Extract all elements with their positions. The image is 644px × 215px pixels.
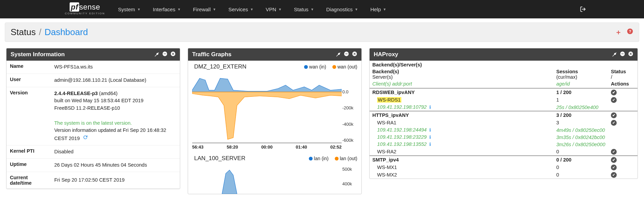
- caret-icon: ▼: [278, 7, 282, 11]
- breadcrumb-current[interactable]: Dashboard: [44, 27, 88, 37]
- status-ok-icon: ✔: [611, 157, 617, 163]
- graph-title: LAN_100_SERVER: [194, 155, 245, 162]
- status-ok-icon: ✔: [611, 97, 617, 103]
- status-ok-icon: ✔: [611, 120, 617, 126]
- label: Name: [6, 61, 51, 74]
- caret-icon: ▼: [250, 7, 254, 11]
- minimize-icon[interactable]: [344, 51, 349, 58]
- widget-system-information: System Information NameWS-PFS1a.ws.its U…: [6, 48, 180, 189]
- client-row: 109.41.192.198:10792 i25s / 0x80250e400: [370, 104, 638, 111]
- label: Version: [6, 87, 51, 145]
- haproxy-backend: RDSWEB_ipvANY1 / 200✔WS-RDS11✔109.41.192…: [370, 88, 638, 111]
- backend-row: HTTPS_ipvANY3 / 200✔: [370, 111, 638, 119]
- nav-status[interactable]: Status▼: [288, 0, 320, 18]
- nav-vpn[interactable]: VPN▼: [260, 0, 288, 18]
- label: Current date/time: [6, 172, 51, 188]
- brand[interactable]: pfsense COMMUNITY EDITION: [65, 3, 105, 15]
- table-row: Uptime26 Days 02 Hours 45 Minutes 04 Sec…: [6, 158, 180, 172]
- info-icon[interactable]: i: [429, 104, 431, 110]
- close-icon[interactable]: [170, 51, 176, 58]
- value: 26 Days 02 Hours 45 Minutes 04 Seconds: [51, 158, 180, 172]
- refresh-icon[interactable]: [83, 135, 88, 141]
- breadcrumb-root[interactable]: Status: [11, 27, 36, 37]
- close-icon[interactable]: [628, 51, 633, 58]
- label: User: [6, 74, 51, 87]
- y-axis: 0.0 -200k -400k -600k: [342, 72, 356, 143]
- wrench-icon[interactable]: [612, 51, 617, 58]
- swatch-out-icon: [335, 157, 339, 160]
- graph-canvas: 500k 400k: [192, 163, 342, 194]
- svg-rect-6: [345, 53, 348, 54]
- table-row: Useradmin@192.168.110.21 (Local Database…: [6, 74, 180, 87]
- widget-header: System Information: [6, 48, 180, 61]
- value: admin@192.168.110.21 (Local Database): [51, 74, 180, 87]
- client-row: 109.41.192.198:24494 i4m49s / 0x80250ec0…: [370, 126, 638, 134]
- minimize-icon[interactable]: [620, 51, 625, 58]
- table-row: NameWS-PFS1a.ws.its: [6, 61, 180, 74]
- breadcrumb-sep: /: [39, 27, 41, 37]
- widget-header: Traffic Graphs: [188, 48, 361, 61]
- version-latest: The system is on the latest version.: [54, 120, 132, 126]
- haproxy-sub-row: Client(s) addr:port age/id Actions: [370, 81, 638, 88]
- nav-system[interactable]: System▼: [112, 0, 147, 18]
- sysinfo-table: NameWS-PFS1a.ws.its Useradmin@192.168.11…: [6, 61, 180, 189]
- caret-icon: ▼: [355, 7, 358, 11]
- client-row: 109.41.192.198:13552 i3m26s / 0x80250e00…: [370, 141, 638, 148]
- info-icon[interactable]: i: [429, 134, 431, 140]
- value: 2.4.4-RELEASE-p3 (amd64) built on Wed Ma…: [51, 87, 180, 145]
- status-ok-icon: ✔: [611, 90, 617, 95]
- label: Uptime: [6, 158, 51, 172]
- nav-services[interactable]: Services▼: [222, 0, 259, 18]
- minimize-icon[interactable]: [162, 51, 168, 58]
- table-row: Version 2.4.4-RELEASE-p3 (amd64) built o…: [6, 87, 180, 145]
- value: Disabled: [51, 145, 180, 159]
- backend-row: RDSWEB_ipvANY1 / 200✔: [370, 89, 638, 96]
- svg-text:?: ?: [629, 29, 631, 33]
- swatch-out-icon: [332, 65, 336, 69]
- widget-row: System Information NameWS-PFS1a.ws.its U…: [0, 42, 644, 194]
- status-ok-icon: ✔: [611, 112, 617, 118]
- navbar: pfsense COMMUNITY EDITION System▼ Interf…: [0, 0, 644, 18]
- close-icon[interactable]: [352, 51, 357, 58]
- traffic-graph-dmz: DMZ_120_EXTERN wan (in) wan (out): [188, 61, 361, 152]
- info-icon[interactable]: i: [429, 141, 431, 147]
- widget-haproxy: HAProxy Backend(s)/Server(s) Backend(s) …: [369, 48, 638, 179]
- widget-traffic-graphs: Traffic Graphs DMZ_120_EXTERN wan (in) w…: [188, 48, 362, 194]
- nav-interfaces[interactable]: Interfaces▼: [147, 0, 187, 18]
- add-widget-icon[interactable]: ＋: [615, 28, 622, 37]
- status-ok-icon: ✔: [611, 149, 617, 155]
- logout-icon[interactable]: [580, 0, 586, 18]
- caret-icon: ▼: [177, 7, 181, 11]
- table-row: Kernel PTIDisabled: [6, 145, 180, 159]
- haproxy-backend: HTTPS_ipvANY3 / 200✔WS-RA13✔109.41.192.1…: [370, 111, 638, 155]
- server-row: WS-MX20✔: [370, 171, 638, 179]
- nav-menu: System▼ Interfaces▼ Firewall▼ Services▼ …: [112, 0, 392, 18]
- x-axis: 56:43 58:20 00:00 01:40 02:52: [192, 143, 342, 152]
- table-row: Current date/timeFri Sep 20 17:02:50 CES…: [6, 172, 180, 188]
- graph-legend: wan (in) wan (out): [304, 64, 357, 70]
- swatch-in-icon: [304, 65, 308, 69]
- haproxy-backend: SMTP_ipv40 / 200✔WS-MX10✔WS-MX20✔: [370, 155, 638, 179]
- caret-icon: ▼: [137, 7, 141, 11]
- wrench-icon[interactable]: [154, 51, 159, 58]
- graph-legend: lan (in) lan (out): [309, 156, 357, 161]
- caret-icon: ▼: [213, 7, 216, 11]
- info-icon[interactable]: i: [429, 127, 431, 133]
- haproxy-body: Backend(s)/Server(s) Backend(s) Sessions…: [370, 61, 638, 179]
- caret-icon: ▼: [311, 7, 314, 11]
- client-row: 109.41.192.198:23229 i3m35s / 0x80242bc0…: [370, 134, 638, 141]
- help-icon[interactable]: ?: [627, 28, 633, 36]
- widget-header: HAProxy: [370, 48, 638, 61]
- traffic-graph-lan: LAN_100_SERVER lan (in) lan (out) 500k 4…: [188, 152, 361, 194]
- nav-firewall[interactable]: Firewall▼: [187, 0, 223, 18]
- haproxy-header-row: Backend(s)/Server(s): [370, 61, 638, 67]
- nav-help[interactable]: Help▼: [364, 0, 392, 18]
- wrench-icon[interactable]: [335, 51, 341, 58]
- svg-rect-10: [621, 53, 624, 54]
- haproxy-header-row: Backend(s) Sessions Status: [370, 67, 638, 74]
- widget-title: HAProxy: [374, 51, 398, 58]
- y-axis: 500k 400k: [342, 167, 356, 194]
- server-row: WS-RDS11✔: [370, 96, 638, 104]
- nav-diagnostics[interactable]: Diagnostics▼: [320, 0, 364, 18]
- swatch-in-icon: [309, 157, 313, 160]
